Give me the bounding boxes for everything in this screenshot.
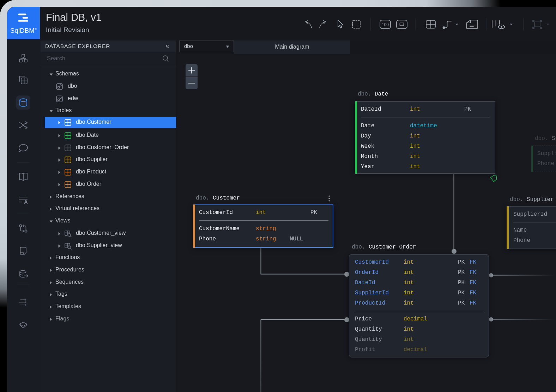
svg-text:A: A <box>24 199 28 205</box>
svg-text:100: 100 <box>382 22 389 27</box>
